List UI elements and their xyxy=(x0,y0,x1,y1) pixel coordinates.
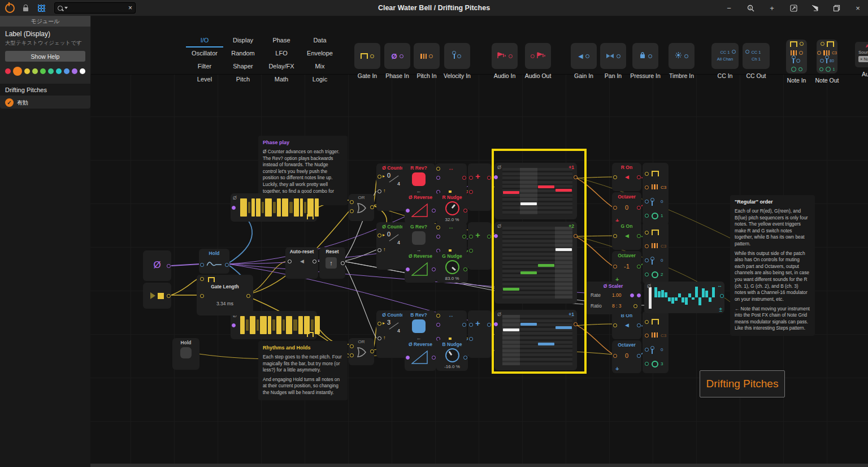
note-bar[interactable] xyxy=(520,271,537,274)
gate-output[interactable] xyxy=(167,294,171,298)
label-display-widget[interactable]: Drifting Pitches xyxy=(700,370,785,397)
input-port[interactable] xyxy=(645,231,649,235)
trigger-input[interactable] xyxy=(377,175,381,179)
note-field-value[interactable]: C3 xyxy=(661,185,666,190)
phase-input[interactable] xyxy=(494,234,498,238)
pitch-input[interactable] xyxy=(613,265,617,269)
active-note-bar[interactable] xyxy=(555,248,572,251)
mute-icon[interactable]: ◀ xyxy=(625,174,629,180)
reset-module[interactable]: Reset↑ xyxy=(319,247,345,279)
step-bar[interactable] xyxy=(268,316,271,334)
step-bar[interactable] xyxy=(277,198,281,217)
phase-output[interactable] xyxy=(432,267,436,271)
color-dot[interactable] xyxy=(5,68,11,74)
input-a[interactable] xyxy=(469,235,473,239)
gate-pattern-sequencer[interactable]: Ø xyxy=(231,193,317,222)
step-bar[interactable] xyxy=(298,316,303,334)
category-tab-math[interactable]: Math xyxy=(263,73,300,85)
gate-input[interactable] xyxy=(613,234,617,238)
search-input[interactable] xyxy=(68,5,128,12)
step-bar[interactable] xyxy=(286,316,292,334)
step-bar[interactable] xyxy=(256,198,261,217)
pitch-output[interactable] xyxy=(574,234,578,238)
step-value-bar[interactable] xyxy=(678,293,681,297)
category-tab-filter[interactable]: Filter xyxy=(186,60,223,72)
step-bar[interactable] xyxy=(283,319,285,331)
note-field-value[interactable]: 1 xyxy=(661,213,663,218)
pitch-output[interactable] xyxy=(637,354,641,358)
step-bar[interactable] xyxy=(260,316,267,334)
step-bar[interactable] xyxy=(257,319,259,331)
step-bar[interactable] xyxy=(272,319,275,331)
step-bar[interactable] xyxy=(276,316,281,334)
phase-in-module[interactable]: Ø xyxy=(143,250,171,281)
note-out-module-B[interactable]: C303 xyxy=(643,311,669,373)
input-port[interactable] xyxy=(645,244,649,248)
input-port[interactable] xyxy=(645,214,649,218)
stop-icon[interactable] xyxy=(158,293,164,299)
step-bar[interactable] xyxy=(246,319,249,331)
output-port[interactable] xyxy=(246,294,250,298)
no-input-dropdown[interactable]: × No Input xyxy=(858,56,868,62)
steps-modulator[interactable]: Ø↔± xyxy=(644,282,724,313)
sum-output[interactable] xyxy=(487,235,491,239)
input-port[interactable] xyxy=(645,362,649,366)
swap-output[interactable] xyxy=(462,235,466,239)
swap-output[interactable] xyxy=(462,323,466,327)
grid-icon[interactable] xyxy=(35,2,47,14)
palette-module-gain-in[interactable]: ◀ xyxy=(571,43,597,69)
pitch-output[interactable] xyxy=(574,322,578,326)
step-value-bar[interactable] xyxy=(658,291,661,297)
nudge-module-B[interactable]: B Nudge-16.0 % xyxy=(436,340,468,371)
step-value-bar[interactable] xyxy=(692,297,695,300)
rev-toggle[interactable] xyxy=(412,172,426,186)
category-tab-phase[interactable]: Phase xyxy=(263,34,300,46)
windows-button[interactable] xyxy=(832,3,841,12)
step-bar[interactable] xyxy=(315,316,320,334)
input-a[interactable] xyxy=(469,176,473,180)
active-note-bar[interactable] xyxy=(520,202,537,205)
palette-module-cc-in[interactable]: CC 1All Chan xyxy=(711,43,739,69)
zoom-in-button[interactable]: + xyxy=(767,3,776,12)
or-input-b[interactable] xyxy=(350,353,354,357)
sum-output[interactable] xyxy=(487,323,491,327)
phase-reverse-G[interactable]: Ø Reverse xyxy=(405,252,436,283)
add-module-R[interactable]: + xyxy=(468,163,492,211)
pitch-grid-B[interactable]: Ø+1 xyxy=(494,310,577,370)
color-dot[interactable] xyxy=(32,68,38,74)
note-field-value[interactable]: C3 xyxy=(661,244,666,249)
color-dot[interactable] xyxy=(64,68,70,74)
input-b[interactable] xyxy=(469,249,473,253)
note-bar[interactable] xyxy=(538,343,554,345)
palette-module-phase-in[interactable]: Ø xyxy=(384,43,410,69)
search-box[interactable]: × xyxy=(54,2,136,14)
input-port[interactable] xyxy=(645,200,649,204)
note-out-module-R[interactable]: C301 xyxy=(643,163,669,225)
note-field-value[interactable]: 0 xyxy=(661,199,663,204)
nudge-output[interactable] xyxy=(463,356,467,360)
color-dot[interactable] xyxy=(48,68,54,74)
mod-output[interactable] xyxy=(720,294,724,298)
input-port[interactable] xyxy=(645,334,649,338)
step-bar[interactable] xyxy=(294,198,299,217)
rev-toggle[interactable] xyxy=(412,319,426,333)
phase-reverse-R[interactable]: Ø Reverse xyxy=(405,193,436,224)
counter-denominator[interactable]: 4 xyxy=(397,181,400,187)
note-bar[interactable] xyxy=(555,326,572,329)
gate-input[interactable] xyxy=(436,167,440,171)
gate-output[interactable] xyxy=(637,175,641,179)
reset-input[interactable] xyxy=(377,336,381,340)
nudge-module-R[interactable]: R Nudge32.0 % xyxy=(436,193,468,224)
step-bar[interactable] xyxy=(289,202,293,213)
note-bar[interactable] xyxy=(520,323,537,326)
palette-module-gate-in[interactable] xyxy=(354,43,380,69)
gate-output[interactable] xyxy=(637,234,641,238)
step-value-bar[interactable] xyxy=(698,297,701,305)
comment-regular-order[interactable]: "Regular" orderEach of our R(ed), G(reen… xyxy=(730,195,815,336)
input-b[interactable] xyxy=(469,190,473,194)
active-note-bar[interactable] xyxy=(503,328,519,331)
color-dot[interactable] xyxy=(72,68,77,74)
nudge-knob[interactable] xyxy=(445,260,459,274)
category-tab-delayfx[interactable]: Delay/FX xyxy=(263,60,300,72)
pitch-output[interactable] xyxy=(637,206,641,210)
